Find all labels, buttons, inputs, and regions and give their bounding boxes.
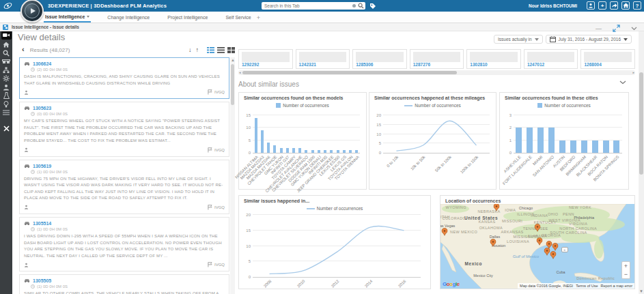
sort-asc-icon[interactable]: ↑ [196, 46, 199, 53]
issue-id-link[interactable]: 1306624 [33, 61, 51, 66]
terms-link[interactable]: Terms of Use [576, 284, 598, 288]
issue-card[interactable]: 1305505(1) 0D 0H 0M 0SSIMILAR TO OTHER C… [19, 274, 229, 294]
issue-id-row: 1305619 [24, 164, 225, 168]
similar-issue-id-link[interactable]: 1247012 [527, 62, 544, 67]
scroll-right-icon[interactable]: ▸ [632, 70, 634, 75]
y-tick-label: 15 [241, 229, 251, 233]
similar-issue-card[interactable]: 1285306 [352, 49, 407, 69]
search-options-icon[interactable] [352, 4, 356, 8]
chart-title: Similar occurrences found on these model… [239, 93, 366, 100]
view-grid-icon[interactable] [227, 47, 235, 53]
issue-flag[interactable]: IVGQ [208, 262, 225, 267]
user-sidebar-icon[interactable] [0, 83, 12, 91]
view-list-icon[interactable] [217, 47, 225, 53]
search-icon[interactable] [358, 3, 364, 9]
similar-issue-id-link[interactable]: 1302810 [470, 62, 487, 67]
profile-icon[interactable] [587, 1, 595, 10]
issue-flag[interactable]: IVGQ [208, 205, 225, 210]
date-range-picker[interactable]: July 31, 2016 - August 29, 2016 [546, 35, 632, 44]
google-logo: Google [443, 281, 460, 287]
expand-icon[interactable] [613, 25, 620, 32]
home-sidebar-icon[interactable] [0, 41, 12, 48]
issue-card[interactable]: 1305514(1) 0D 0H 0M 0SI WAS DRIVING DOWN… [19, 217, 229, 271]
help-icon[interactable]: ? [633, 1, 641, 10]
zoom-out-button[interactable]: − [624, 270, 628, 278]
issue-id-link[interactable]: 1305505 [33, 278, 51, 283]
tag-icon[interactable] [369, 3, 376, 10]
tab-issue-intelligence[interactable]: Issue Intelligence [44, 12, 91, 23]
issue-id-link[interactable]: 1305623 [33, 106, 51, 111]
scope-select[interactable]: Issues actually in [494, 35, 543, 44]
y-tick-label: 15 [372, 123, 381, 127]
issue-flag[interactable]: IVGQ [208, 147, 225, 153]
scroll-left-icon[interactable]: ◂ [239, 70, 241, 75]
media-tile[interactable] [1, 31, 12, 40]
beaker-icon[interactable] [0, 92, 12, 100]
lightbulb-icon[interactable] [0, 100, 12, 108]
person-icon [24, 205, 29, 209]
section-collapse-icon[interactable] [619, 80, 626, 85]
similar-issue-id-link[interactable]: 1268004 [584, 62, 601, 67]
add-icon[interactable]: + [598, 1, 606, 10]
issue-card[interactable]: 1305623(0) 0D 0H 0M 0SMY CAR'S STEERING … [19, 102, 229, 156]
clock-icon [31, 284, 35, 289]
map-cluster-icon[interactable]: » [561, 247, 568, 252]
map-marker-icon[interactable] [494, 204, 500, 211]
gear-sidebar-icon[interactable] [0, 75, 12, 83]
issue-flag[interactable]: IVGQ [208, 89, 225, 95]
bar [286, 148, 289, 153]
tab-change-intelligence[interactable]: Change Intelligence [106, 12, 151, 23]
map-marker-icon[interactable] [441, 228, 447, 236]
share-icon[interactable] [610, 1, 618, 10]
strip-scrollbar[interactable]: ◂ ▸ [238, 70, 635, 75]
similar-issue-card[interactable]: 1247012 [524, 49, 578, 69]
issue-id-link[interactable]: 1305619 [33, 164, 51, 168]
search-box[interactable] [262, 2, 365, 10]
tab-project-intelligence[interactable]: Project Intelligence [166, 12, 209, 23]
similar-issue-id-link[interactable]: 1292292 [242, 62, 259, 67]
issue-card[interactable]: 1306624(2) 0D 0H 0M 0SDASH IS MALFUNCTIO… [19, 57, 229, 99]
dashboard-sphere-logo[interactable] [20, 0, 44, 23]
issue-id-link[interactable]: 1305514 [33, 221, 51, 226]
widget-content: View details Issues actually in July 31,… [12, 31, 639, 294]
view-list-detailed-icon[interactable] [207, 47, 214, 53]
similar-issue-card[interactable]: 1292292 [238, 49, 293, 69]
legend-swatch [307, 208, 315, 209]
issue-card[interactable]: 1305619(1) 0D 0H 0M 0SDRIVING 75 MPH ON … [19, 160, 229, 214]
scroll-up-icon[interactable]: ▲ [231, 58, 235, 62]
similar-issue-card[interactable]: 1302810 [466, 49, 521, 69]
map-marker-icon[interactable] [490, 239, 496, 247]
map-marker-icon[interactable] [535, 224, 541, 232]
home-icon[interactable] [621, 1, 630, 10]
scroll-down-icon[interactable]: ▼ [639, 289, 643, 293]
minimize-icon[interactable]: — [596, 25, 602, 32]
map-marker-icon[interactable] [550, 251, 556, 259]
list-sidebar-icon[interactable] [0, 109, 12, 117]
back-chevron-icon[interactable]: ‹ [22, 45, 25, 53]
map-marker-icon[interactable] [536, 237, 542, 246]
bar [267, 143, 270, 153]
similar-issue-card[interactable]: 1287276 [410, 49, 464, 69]
similar-issue-id-link[interactable]: 1242321 [299, 62, 316, 67]
add-tab-button[interactable]: + [257, 14, 260, 23]
map-overlay: WYOMINGNEBRASKAIOWAChicagoILLINOISINDIAN… [440, 204, 634, 289]
3d-glasses-icon[interactable] [0, 58, 12, 65]
similar-issue-card[interactable]: 1242321 [296, 49, 350, 69]
report-error-link[interactable]: Report a map error [601, 284, 632, 288]
bar [603, 141, 609, 153]
user-name[interactable]: Nour Idriss BCHTOUMI [529, 0, 577, 12]
similar-issue-id-link[interactable]: 1287276 [413, 62, 430, 67]
sort-desc-icon[interactable]: ↓ [188, 46, 192, 53]
map-canvas[interactable]: WYOMINGNEBRASKAIOWAChicagoILLINOISINDIAN… [440, 204, 634, 289]
page-scrollbar[interactable]: ▼ [639, 31, 644, 294]
close-icon[interactable] [0, 125, 12, 132]
search-input[interactable] [264, 3, 352, 8]
hierarchy-icon[interactable] [0, 66, 12, 74]
collapse-chevron-icon[interactable] [631, 27, 637, 31]
search-sidebar-icon[interactable] [0, 49, 12, 57]
similar-issue-card[interactable]: 1268004 [580, 49, 635, 69]
tab-self-service[interactable]: Self Service [224, 12, 252, 23]
zoom-in-button[interactable]: + [624, 262, 628, 270]
widget-window-controls: — [596, 25, 637, 32]
similar-issue-id-link[interactable]: 1285306 [356, 62, 373, 67]
